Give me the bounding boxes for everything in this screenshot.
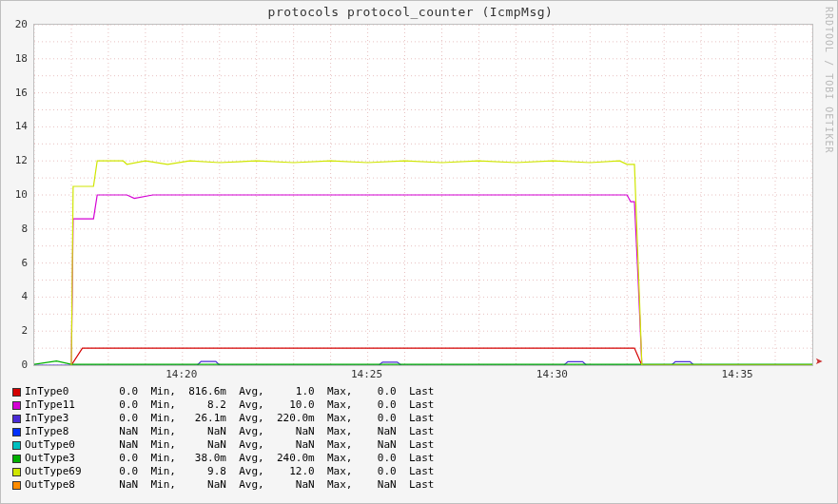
legend-text: OutType8 NaN Min, NaN Avg, NaN Max, NaN … <box>25 478 434 492</box>
legend-row: OutType0 NaN Min, NaN Avg, NaN Max, NaN … <box>12 438 434 452</box>
legend-swatch <box>12 401 21 410</box>
y-tick-label: 10 <box>15 188 28 201</box>
y-tick-label: 14 <box>15 120 28 132</box>
legend-swatch <box>12 428 21 436</box>
x-tick-label: 14:35 <box>722 368 753 380</box>
legend-text: InType3 0.0 Min, 26.1m Avg, 220.0m Max, … <box>25 412 434 425</box>
legend-text: InType0 0.0 Min, 816.6m Avg, 1.0 Max, 0.… <box>25 385 434 398</box>
chart-title: protocols protocol_counter (IcmpMsg) <box>1 5 820 19</box>
legend-row: InType0 0.0 Min, 816.6m Avg, 1.0 Max, 0.… <box>12 385 434 398</box>
x-axis-labels: 14:2014:2514:3014:35 <box>33 368 813 381</box>
legend-row: OutType3 0.0 Min, 38.0m Avg, 240.0m Max,… <box>12 452 434 465</box>
legend-swatch <box>12 441 21 450</box>
legend-row: OutType8 NaN Min, NaN Avg, NaN Max, NaN … <box>12 478 434 492</box>
x-tick-label: 14:20 <box>166 368 197 380</box>
y-tick-label: 16 <box>15 86 28 98</box>
y-tick-label: 12 <box>15 154 28 166</box>
y-tick-label: 0 <box>21 359 28 371</box>
legend-row: InType8 NaN Min, NaN Avg, NaN Max, NaN L… <box>12 425 434 438</box>
legend-row: OutType69 0.0 Min, 9.8 Avg, 12.0 Max, 0.… <box>12 465 434 478</box>
legend-text: InType11 0.0 Min, 8.2 Avg, 10.0 Max, 0.0… <box>25 398 434 412</box>
plot-area <box>33 24 813 366</box>
y-tick-label: 2 <box>21 324 28 337</box>
legend-text: OutType69 0.0 Min, 9.8 Avg, 12.0 Max, 0.… <box>25 465 434 478</box>
rrdtool-watermark: RRDTOOL / TOBI OETIKER <box>824 7 834 153</box>
legend-text: OutType3 0.0 Min, 38.0m Avg, 240.0m Max,… <box>25 452 434 465</box>
legend-text: InType8 NaN Min, NaN Avg, NaN Max, NaN L… <box>25 425 434 438</box>
y-tick-label: 4 <box>21 290 28 302</box>
legend-swatch <box>12 468 21 476</box>
legend: InType0 0.0 Min, 816.6m Avg, 1.0 Max, 0.… <box>12 385 434 492</box>
y-axis-labels: 02468101214161820 <box>1 24 29 366</box>
y-tick-label: 6 <box>21 256 28 268</box>
y-tick-label: 8 <box>21 222 28 234</box>
y-tick-label: 20 <box>15 18 28 30</box>
legend-swatch <box>12 388 21 397</box>
legend-swatch <box>12 455 21 463</box>
legend-text: OutType0 NaN Min, NaN Avg, NaN Max, NaN … <box>25 438 434 452</box>
legend-row: InType11 0.0 Min, 8.2 Avg, 10.0 Max, 0.0… <box>12 398 434 412</box>
y-tick-label: 18 <box>15 51 28 64</box>
legend-swatch <box>12 481 21 490</box>
legend-row: InType3 0.0 Min, 26.1m Avg, 220.0m Max, … <box>12 412 434 425</box>
x-tick-label: 14:30 <box>536 368 568 380</box>
x-axis-arrow-icon: ➤ <box>815 354 823 369</box>
x-tick-label: 14:25 <box>351 368 382 380</box>
legend-swatch <box>12 415 21 423</box>
